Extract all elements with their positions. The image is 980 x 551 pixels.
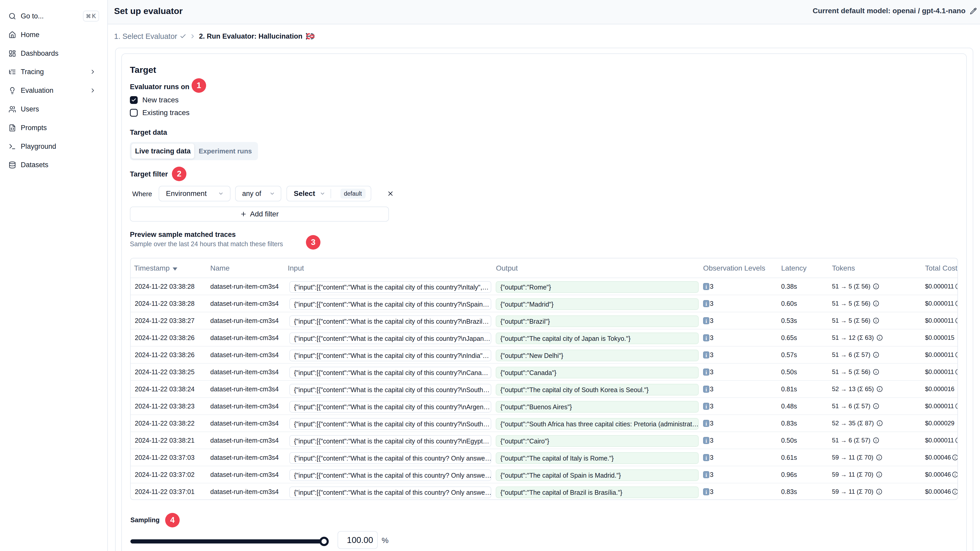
svg-text:i: i — [705, 318, 707, 324]
svg-text:i: i — [705, 438, 707, 444]
svg-text:i: i — [705, 472, 707, 478]
svg-text:i: i — [705, 370, 707, 375]
svg-text:i: i — [705, 335, 707, 341]
svg-text:i: i — [705, 421, 707, 427]
svg-text:i: i — [705, 301, 707, 307]
svg-text:i: i — [705, 353, 707, 358]
svg-text:i: i — [705, 387, 707, 392]
svg-text:i: i — [705, 455, 707, 461]
svg-text:i: i — [705, 489, 707, 495]
svg-text:i: i — [705, 284, 707, 290]
svg-text:i: i — [705, 404, 707, 410]
